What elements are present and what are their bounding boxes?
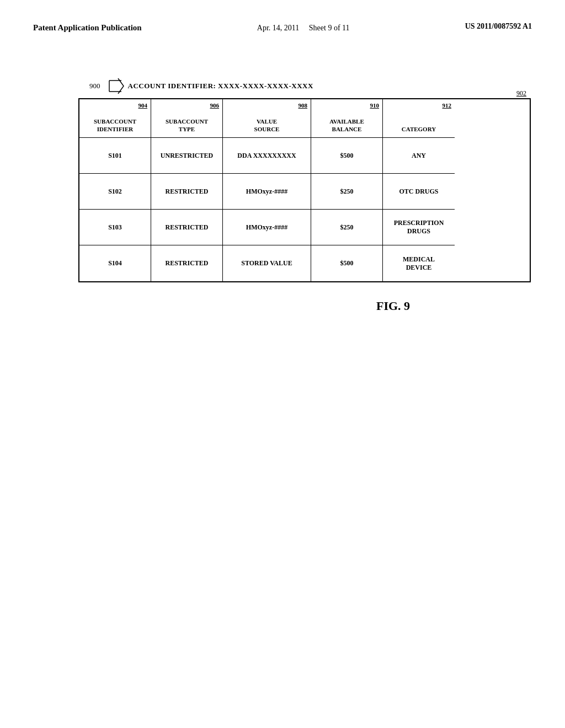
cell-id-s101: S101 bbox=[79, 138, 151, 174]
header-date: Apr. 14, 2011 bbox=[257, 24, 299, 32]
col-header-subaccount-type: 906 SUBACCOUNT TYPE bbox=[151, 99, 223, 138]
col-ref-904: 904 bbox=[138, 101, 148, 109]
col-header-subaccount-id: 904 SUBACCOUNT IDENTIFIER bbox=[79, 99, 151, 138]
table-ref-902: 902 bbox=[516, 89, 526, 98]
col-ref-910: 910 bbox=[370, 101, 380, 109]
cell-type-s104: RESTRICTED bbox=[151, 245, 223, 281]
table-row-3: S103 RESTRICTED HMOxyz-#### $250 PRESCRI… bbox=[79, 210, 530, 245]
cell-category-s103: PRESCRIPTION DRUGS bbox=[383, 210, 455, 245]
cell-balance-s102: $250 bbox=[311, 174, 383, 210]
table-row-2: S102 RESTRICTED HMOxyz-#### $250 OTC DRU… bbox=[79, 174, 530, 210]
cell-category-s104: MEDICAL DEVICE bbox=[383, 245, 455, 281]
cell-id-s103: S103 bbox=[79, 210, 151, 245]
cell-balance-s103: $250 bbox=[311, 210, 383, 245]
col-label-0: SUBACCOUNT IDENTIFIER bbox=[94, 117, 136, 133]
col-label-1: SUBACCOUNT TYPE bbox=[166, 117, 208, 133]
cell-source-s104: STORED VALUE bbox=[223, 245, 311, 281]
account-label-row: 900 ACCOUNT IDENTIFIER: XXXX-XXXX-XXXX-X… bbox=[56, 78, 313, 94]
diagram-container: 900 ACCOUNT IDENTIFIER: XXXX-XXXX-XXXX-X… bbox=[56, 78, 509, 313]
table-wrapper: 902 904 SUBACCOUNT IDENTIFIER 906 SUBACC… bbox=[78, 98, 531, 282]
figure-ref-900: 900 bbox=[89, 82, 100, 90]
header-center: Apr. 14, 2011 Sheet 9 of 11 bbox=[257, 22, 350, 34]
cell-balance-s104: $500 bbox=[311, 245, 383, 281]
cell-balance-s101: $500 bbox=[311, 138, 383, 174]
col-header-available-balance: 910 AVAILABLE BALANCE bbox=[311, 99, 383, 138]
cell-category-s102: OTC DRUGS bbox=[383, 174, 455, 210]
col-label-2: VALUE SOURCE bbox=[254, 117, 280, 133]
table-row-4: S104 RESTRICTED STORED VALUE $500 MEDICA… bbox=[79, 245, 530, 281]
header-sheet: Sheet 9 of 11 bbox=[309, 24, 350, 32]
cell-id-s102: S102 bbox=[79, 174, 151, 210]
cell-type-s102: RESTRICTED bbox=[151, 174, 223, 210]
cell-type-s103: RESTRICTED bbox=[151, 210, 223, 245]
col-ref-912: 912 bbox=[443, 101, 452, 109]
page-header: Patent Application Publication Apr. 14, … bbox=[0, 0, 565, 45]
col-ref-906: 906 bbox=[210, 101, 220, 109]
cell-id-s104: S104 bbox=[79, 245, 151, 281]
header-left: Patent Application Publication bbox=[33, 22, 142, 34]
cell-category-s101: ANY bbox=[383, 138, 455, 174]
cell-source-s102: HMOxyz-#### bbox=[223, 174, 311, 210]
account-identifier-label: ACCOUNT IDENTIFIER: XXXX-XXXX-XXXX-XXXX bbox=[128, 82, 313, 90]
header-right: US 2011/0087592 A1 bbox=[465, 22, 532, 31]
figure-number: FIG. 9 bbox=[376, 299, 410, 313]
col-ref-908: 908 bbox=[299, 101, 308, 109]
col-label-4: CATEGORY bbox=[402, 125, 436, 133]
table-header-row: 904 SUBACCOUNT IDENTIFIER 906 SUBACCOUNT… bbox=[79, 99, 530, 138]
col-header-category: 912 CATEGORY bbox=[383, 99, 455, 138]
table-row-1: S101 UNRESTRICTED DDA XXXXXXXXX $500 ANY bbox=[79, 138, 530, 174]
publication-title: Patent Application Publication bbox=[33, 23, 142, 32]
page-content: 900 ACCOUNT IDENTIFIER: XXXX-XXXX-XXXX-X… bbox=[0, 45, 565, 335]
bracket-arrow-icon bbox=[105, 78, 125, 94]
cell-type-s101: UNRESTRICTED bbox=[151, 138, 223, 174]
col-label-3: AVAILABLE BALANCE bbox=[329, 117, 364, 133]
col-header-value-source: 908 VALUE SOURCE bbox=[223, 99, 311, 138]
patent-number: US 2011/0087592 A1 bbox=[465, 22, 532, 30]
cell-source-s101: DDA XXXXXXXXX bbox=[223, 138, 311, 174]
figure-label: FIG. 9 bbox=[376, 299, 410, 313]
cell-source-s103: HMOxyz-#### bbox=[223, 210, 311, 245]
